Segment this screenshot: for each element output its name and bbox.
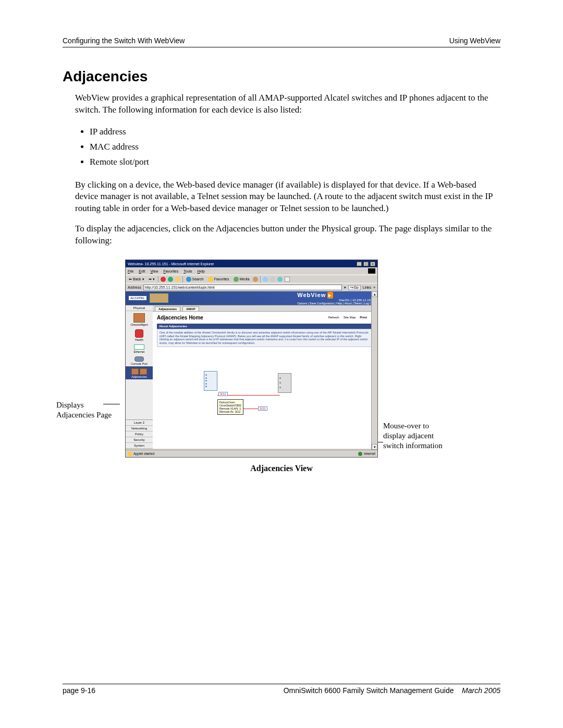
status-text: Applet started bbox=[133, 452, 154, 455]
menu-tools[interactable]: Tools bbox=[183, 269, 192, 273]
document-page: Configuring the Switch With WebView Usin… bbox=[63, 36, 500, 484]
page-footer: page 9-16 OmniSwitch 6600 Family Switch … bbox=[63, 684, 500, 695]
search-button[interactable]: Search bbox=[185, 277, 205, 282]
bullet-item: IP address bbox=[90, 125, 500, 140]
menu-help[interactable]: Help bbox=[198, 269, 205, 273]
address-dropdown[interactable]: ▾ bbox=[344, 286, 346, 290]
switch-photo-icon bbox=[150, 293, 168, 303]
footer-right: OmniSwitch 6600 Family Switch Management… bbox=[284, 686, 500, 695]
sidebar-item-console[interactable]: Console Port bbox=[126, 354, 153, 366]
content-tabs: Adjacencies AMAP bbox=[153, 305, 377, 312]
figure-container: Displays Adjacencies Page Mouse-over to … bbox=[63, 260, 500, 484]
refresh-link[interactable]: Refresh bbox=[328, 316, 339, 319]
paragraph-click: By clicking on a device, the Web-based d… bbox=[75, 179, 500, 215]
bullet-item: Remote slot/port bbox=[90, 155, 500, 170]
minimize-button[interactable]: _ bbox=[357, 262, 362, 266]
star-icon bbox=[208, 277, 213, 282]
back-button[interactable]: ⬅Back ▾ bbox=[128, 277, 145, 281]
sidebar: Physical ChassisMgmt Health Ethernet Con… bbox=[126, 305, 153, 449]
sidebar-tab-physical[interactable]: Physical bbox=[126, 305, 153, 311]
stop-icon[interactable] bbox=[161, 277, 166, 282]
about-text: One of the notable abilities of the Alca… bbox=[157, 329, 373, 347]
chassis-icon bbox=[133, 313, 145, 323]
sidebar-tab-system[interactable]: System bbox=[126, 443, 153, 449]
sidebar-item-health[interactable]: Health bbox=[126, 327, 153, 342]
content-area: Adjacencies Home Refresh Site Map Print … bbox=[153, 312, 377, 422]
tooltip-model: OmniSwitch7800 bbox=[219, 404, 241, 407]
menu-edit[interactable]: Edit bbox=[139, 269, 145, 273]
favorites-button[interactable]: Favorites bbox=[207, 277, 230, 282]
ie-title-text: Webview- 10.255.11.151 - Microsoft Inter… bbox=[128, 262, 214, 266]
header-links[interactable]: Options | Save Configuration | Help | Ab… bbox=[297, 302, 374, 305]
menu-file[interactable]: File bbox=[128, 269, 133, 273]
sidebar-tab-security[interactable]: Security bbox=[126, 437, 153, 443]
switch-local[interactable] bbox=[204, 371, 217, 391]
sidebar-item-chassis[interactable]: ChassisMgmt bbox=[126, 311, 153, 327]
scroll-up-button[interactable]: ▴ bbox=[372, 291, 377, 297]
adjacency-diagram: 3/12 3/22 FalconOmni OmniSwitch7800 Remo… bbox=[157, 351, 373, 419]
running-header: Configuring the Switch With WebView Usin… bbox=[63, 36, 500, 47]
health-icon bbox=[135, 329, 143, 338]
menu-favorites[interactable]: Favorites bbox=[163, 269, 178, 273]
address-input[interactable] bbox=[143, 285, 342, 290]
page-number: page 9-16 bbox=[63, 686, 95, 695]
sitemap-link[interactable]: Site Map bbox=[344, 316, 356, 319]
close-button[interactable]: × bbox=[370, 262, 375, 266]
callout-line bbox=[103, 404, 120, 404]
print-link[interactable]: Print bbox=[360, 316, 367, 319]
separator bbox=[260, 276, 261, 282]
history-icon[interactable] bbox=[253, 277, 258, 282]
menu-view[interactable]: View bbox=[150, 269, 158, 273]
header-right: Using WebView bbox=[449, 36, 500, 45]
webview-brand: WebView ▸ bbox=[297, 292, 374, 299]
paragraph-display: To display the adjacencies, click on the… bbox=[75, 223, 500, 247]
callout-left: Displays Adjacencies Page bbox=[56, 400, 119, 420]
sidebar-tab-policy[interactable]: Policy bbox=[126, 431, 153, 437]
media-icon bbox=[234, 277, 239, 282]
console-port-icon bbox=[134, 356, 144, 362]
edit-icon[interactable] bbox=[277, 277, 283, 282]
tooltip-interface: Remote Ifc: 3/12 bbox=[219, 410, 241, 413]
forward-button[interactable]: ➡ ▾ bbox=[148, 277, 156, 281]
links-label[interactable]: Links bbox=[363, 286, 371, 289]
webview-body: Physical ChassisMgmt Health Ethernet Con… bbox=[126, 305, 377, 449]
scroll-down-button[interactable]: ▾ bbox=[372, 444, 377, 450]
sidebar-item-adjacencies[interactable]: Adjacencies bbox=[126, 366, 153, 379]
alcatel-logo: ALCATEL bbox=[129, 296, 146, 300]
tab-amap[interactable]: AMAP bbox=[182, 306, 199, 311]
vertical-scrollbar[interactable]: ▴ ▾ bbox=[371, 291, 377, 450]
bullet-list: IP address MAC address Remote slot/port bbox=[90, 125, 500, 170]
home-icon[interactable] bbox=[175, 277, 180, 282]
refresh-icon[interactable] bbox=[168, 277, 173, 282]
separator bbox=[182, 276, 183, 282]
about-header: About Adjacencies bbox=[157, 324, 373, 329]
separator bbox=[158, 276, 158, 282]
print-icon[interactable] bbox=[270, 277, 275, 282]
brand-badge-icon: ▸ bbox=[327, 292, 333, 299]
links-chevron[interactable]: » bbox=[373, 286, 375, 289]
adjacency-icon bbox=[131, 368, 139, 375]
switch-tooltip: FalconOmni OmniSwitch7800 Remote VLAN: 1… bbox=[217, 399, 243, 415]
go-button[interactable]: ↪Go bbox=[348, 285, 360, 290]
ie-window: Webview- 10.255.11.151 - Microsoft Inter… bbox=[125, 260, 378, 458]
page-actions: Refresh Site Map Print bbox=[328, 316, 367, 319]
maximize-button[interactable]: □ bbox=[363, 262, 369, 266]
media-button[interactable]: Media bbox=[232, 277, 251, 282]
switch-remote[interactable] bbox=[278, 373, 291, 393]
paragraph-intro: WebView provides a graphical representat… bbox=[75, 92, 500, 116]
sidebar-tab-networking[interactable]: Networking bbox=[126, 426, 153, 431]
webview-header: ALCATEL WebView ▸ Kite151 ( 10.255.11.15… bbox=[126, 291, 377, 305]
header-left: Configuring the Switch With WebView bbox=[63, 36, 185, 45]
sidebar-item-ethernet[interactable]: Ethernet bbox=[126, 342, 153, 354]
sidebar-bottom-tabs: Layer 2 Networking Policy Security Syste… bbox=[126, 419, 153, 449]
sidebar-tab-layer2[interactable]: Layer 2 bbox=[126, 420, 153, 426]
section-heading: Adjacencies bbox=[63, 68, 500, 85]
tab-adjacencies[interactable]: Adjacencies bbox=[155, 306, 180, 311]
main-content: Adjacencies AMAP Adjacencies Home Refres… bbox=[153, 305, 377, 449]
window-controls: _ □ × bbox=[356, 262, 375, 266]
zone-label: Internet bbox=[364, 452, 375, 455]
mail-icon[interactable] bbox=[263, 277, 268, 282]
discuss-icon[interactable] bbox=[285, 277, 290, 282]
ethernet-icon bbox=[134, 344, 144, 350]
globe-icon bbox=[358, 452, 362, 456]
